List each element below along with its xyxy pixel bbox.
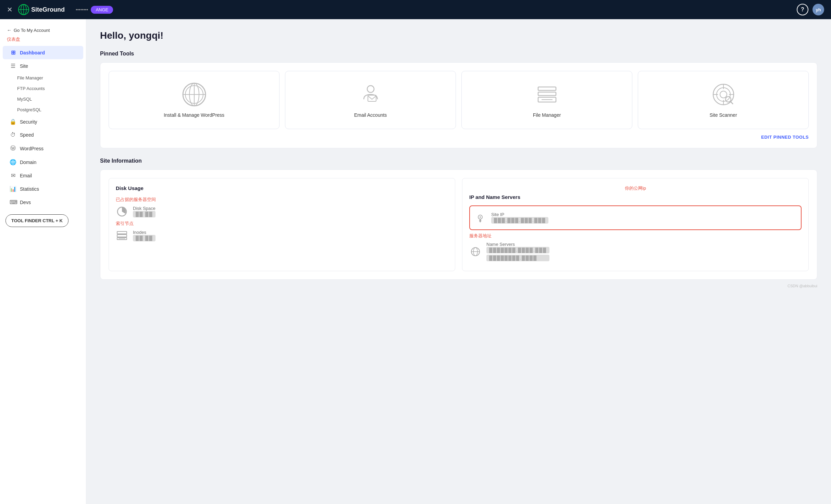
close-button[interactable]: ✕ — [7, 5, 13, 14]
site-info-title: Site Information — [100, 158, 817, 164]
pinned-tools-section: Pinned Tools — [100, 51, 817, 148]
site-scanner-tool-icon — [711, 82, 736, 107]
sidebar-item-dashboard[interactable]: ⊞ Dashboard — [3, 46, 83, 59]
ip-name-servers-title: IP and Name Servers — [469, 194, 802, 200]
ip-name-servers-card: 你的公网ip IP and Name Servers — [462, 178, 809, 271]
svg-rect-11 — [538, 87, 556, 90]
inodes-info: Inodes ██ ██ — [133, 230, 156, 241]
pinned-tool-email[interactable]: Email Accounts — [285, 71, 456, 129]
svg-rect-25 — [117, 231, 127, 234]
email-tool-icon — [358, 82, 383, 107]
svg-point-17 — [720, 91, 727, 98]
name-servers-value2: ████████.████ — [486, 255, 549, 261]
sidebar-subitem-postgresql[interactable]: PostgreSQL — [0, 104, 86, 115]
sidebar-subitem-mysql[interactable]: MySQL — [0, 94, 86, 104]
inodes-icon — [116, 229, 128, 242]
edit-pinned-button[interactable]: EDIT PINNED TOOLS — [761, 135, 809, 140]
sidebar-subtitle: 仪表盘 — [0, 36, 86, 46]
svg-rect-10 — [368, 95, 376, 101]
edit-pinned-container: EDIT PINNED TOOLS — [109, 135, 809, 140]
sidebar-item-email[interactable]: ✉ Email — [3, 169, 83, 182]
ns-annotation: 服务器地址 — [469, 233, 802, 239]
email-icon: ✉ — [10, 172, 16, 179]
credit: CSDN @abbuibui — [100, 284, 817, 288]
name-servers-info: Name Servers ███████.████.███ ████████.█… — [486, 242, 549, 261]
sidebar-item-speed[interactable]: ⏱ Speed — [3, 128, 83, 141]
inodes-row: Inodes ██ ██ — [116, 227, 448, 244]
inodes-value: ██ ██ — [133, 235, 156, 241]
sidebar-subitem-ftp-accounts[interactable]: FTP Accounts — [0, 83, 86, 94]
site-ip-info: Site IP ███.███.███.███ — [491, 212, 548, 224]
wordpress-icon: Ⓦ — [10, 145, 16, 152]
svg-point-16 — [717, 88, 730, 101]
inodes-annotation: 索引节点 — [116, 220, 448, 227]
sidebar-item-security[interactable]: 🔒 Security — [3, 115, 83, 128]
pinned-tool-wordpress[interactable]: Install & Manage WordPress — [109, 71, 280, 129]
back-arrow-icon: ← — [7, 27, 12, 33]
name-servers-value: ███████.████.███ — [486, 247, 549, 253]
domain-text: •••••••• — [76, 7, 88, 12]
pinned-tool-site-scanner-label: Site Scanner — [709, 112, 737, 118]
pinned-tool-wordpress-label: Install & Manage WordPress — [164, 112, 224, 118]
wordpress-tool-icon — [182, 82, 207, 107]
devs-icon: ⌨ — [10, 199, 16, 205]
sidebar-label-speed: Speed — [20, 132, 34, 138]
inodes-label: Inodes — [133, 230, 156, 235]
disk-annotation: 已占据的服务器空间 — [116, 197, 448, 203]
help-button[interactable]: ? — [797, 4, 808, 15]
sidebar-subitem-file-manager[interactable]: File Manager — [0, 73, 86, 83]
tool-finder-button[interactable]: TOOL FINDER CTRL + K — [5, 214, 69, 227]
sidebar-item-statistics[interactable]: 📊 Statistics — [3, 182, 83, 196]
disk-space-value: ██ ██ — [133, 211, 156, 217]
top-navigation: ✕ SiteGround •••••••• ANGE ? yh — [0, 0, 831, 19]
disk-space-info: Disk Space ██ ██ — [133, 206, 156, 217]
disk-usage-title: Disk Usage — [116, 185, 448, 191]
site-information-section: Site Information Disk Usage 已占据的服务器空间 — [100, 158, 817, 280]
name-servers-row: Name Servers ███████.████.███ ████████.█… — [469, 239, 802, 264]
site-info-grid: Disk Usage 已占据的服务器空间 Di — [109, 178, 809, 271]
disk-space-icon — [116, 205, 128, 218]
pinned-tools-card: Install & Manage WordPress — [100, 62, 817, 148]
svg-point-30 — [480, 216, 481, 218]
sidebar-label-dashboard: Dashboard — [20, 50, 45, 55]
pinned-tool-site-scanner[interactable]: Site Scanner — [638, 71, 809, 129]
sidebar-label-devs: Devs — [20, 200, 31, 205]
disk-space-row: Disk Space ██ ██ — [116, 203, 448, 220]
main-layout: ← Go To My Account 仪表盘 ⊞ Dashboard ☰ Sit… — [0, 19, 831, 504]
sidebar-item-wordpress[interactable]: Ⓦ WordPress — [3, 141, 83, 155]
main-content: Hello, yongqi! Pinned Tools — [86, 19, 831, 504]
svg-line-23 — [730, 101, 733, 104]
avatar-button[interactable]: yh — [813, 4, 824, 15]
file-manager-tool-icon — [535, 82, 559, 107]
logo: SiteGround — [18, 4, 65, 15]
svg-rect-26 — [117, 235, 127, 237]
sidebar-item-domain[interactable]: 🌐 Domain — [3, 155, 83, 169]
sidebar-label-domain: Domain — [20, 160, 36, 165]
security-icon: 🔒 — [10, 118, 16, 125]
sidebar-label-statistics: Statistics — [20, 186, 39, 192]
site-icon: ☰ — [10, 63, 16, 69]
pinned-tools-grid: Install & Manage WordPress — [109, 71, 809, 129]
site-ip-value: ███.███.███.███ — [491, 217, 548, 224]
speed-icon: ⏱ — [10, 132, 16, 138]
sidebar-label-site: Site — [20, 63, 28, 69]
domain-pill[interactable]: ANGE — [91, 6, 113, 14]
logo-text: SiteGround — [31, 6, 65, 13]
pinned-tool-email-label: Email Accounts — [354, 112, 387, 118]
dashboard-icon: ⊞ — [10, 49, 16, 56]
sidebar-label-security: Security — [20, 119, 37, 125]
sidebar-item-site[interactable]: ☰ Site — [3, 59, 83, 73]
sidebar-item-devs[interactable]: ⌨ Devs — [3, 196, 83, 209]
domain-icon: 🌐 — [10, 159, 16, 165]
site-ip-row: Site IP ███.███.███.███ — [474, 209, 797, 227]
pinned-tool-file-manager[interactable]: File Manager — [461, 71, 632, 129]
pinned-tools-title: Pinned Tools — [100, 51, 817, 57]
site-ip-icon — [474, 212, 486, 224]
svg-rect-12 — [538, 92, 556, 96]
domain-bar: •••••••• ANGE — [76, 6, 113, 14]
go-to-account-link[interactable]: ← Go To My Account — [0, 25, 86, 36]
pinned-tool-file-manager-label: File Manager — [533, 112, 561, 118]
site-info-card: Disk Usage 已占据的服务器空间 Di — [100, 169, 817, 280]
ip-annotation: 你的公网ip — [469, 185, 802, 191]
site-ip-label: Site IP — [491, 212, 548, 217]
